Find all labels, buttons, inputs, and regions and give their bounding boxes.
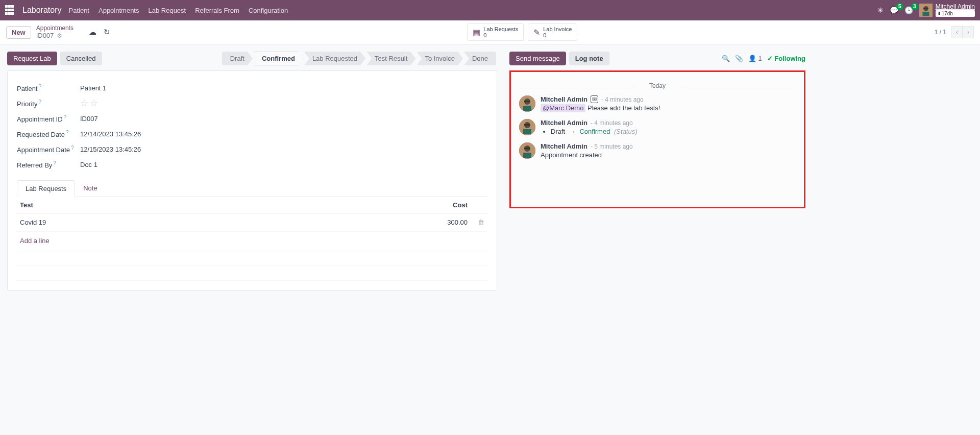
form-panel: Request Lab Cancelled Draft Confirmed La… bbox=[7, 52, 497, 291]
user-icon: 👤 bbox=[748, 55, 756, 62]
status-confirmed[interactable]: Confirmed bbox=[254, 52, 303, 65]
svg-rect-14 bbox=[523, 153, 531, 158]
avatar-icon bbox=[519, 119, 535, 135]
trash-icon[interactable]: 🗑 bbox=[474, 219, 484, 226]
stat-lab-invoice-count: 0 bbox=[543, 32, 572, 38]
pager-text[interactable]: 1 / 1 bbox=[935, 29, 946, 36]
cp-right: 1 / 1 ‹ › bbox=[935, 26, 974, 38]
avatar-icon bbox=[519, 95, 535, 112]
msg-author[interactable]: Mitchell Admin bbox=[541, 95, 587, 103]
top-navbar: Laboratory Patient Appointments Lab Requ… bbox=[0, 0, 980, 20]
avatar-icon bbox=[519, 142, 535, 159]
msg-time: - 5 minutes ago bbox=[591, 143, 633, 150]
log-note-button[interactable]: Log note bbox=[569, 52, 609, 65]
msg-author[interactable]: Mitchell Admin bbox=[541, 119, 587, 127]
table-row[interactable]: Covid 19 300.00 🗑 bbox=[17, 213, 487, 232]
envelope-icon[interactable]: ✉ bbox=[591, 95, 598, 103]
priority-stars[interactable]: ☆☆ bbox=[80, 98, 100, 109]
apps-icon[interactable] bbox=[5, 5, 15, 15]
attachment-icon[interactable]: 📎 bbox=[735, 55, 743, 62]
status-draft[interactable]: Draft bbox=[222, 52, 253, 65]
help-icon[interactable]: ? bbox=[71, 145, 74, 151]
add-line-link[interactable]: Add a line bbox=[20, 237, 50, 245]
list-icon: ▦ bbox=[473, 28, 480, 37]
mention[interactable]: @Marc Demo bbox=[541, 104, 585, 112]
field-appointment-date: Appointment Date? 12/15/2023 13:45:26 bbox=[17, 141, 487, 157]
status-to-invoice[interactable]: To Invoice bbox=[416, 52, 463, 65]
pager-next[interactable]: › bbox=[963, 26, 974, 38]
followers-button[interactable]: 👤 1 bbox=[748, 55, 762, 62]
track-old: Draft bbox=[551, 128, 565, 135]
help-icon[interactable]: ? bbox=[66, 130, 69, 135]
navbar-left: Laboratory Patient Appointments Lab Requ… bbox=[5, 5, 288, 15]
patient-value[interactable]: Patient 1 bbox=[80, 84, 106, 92]
nav-lab-request[interactable]: Lab Request bbox=[148, 7, 186, 14]
msg-content: Appointment created bbox=[541, 151, 796, 159]
request-lab-button[interactable]: Request Lab bbox=[7, 52, 57, 65]
bug-icon[interactable]: ✳ bbox=[877, 6, 884, 14]
user-name: Mitchell Admin bbox=[936, 4, 975, 10]
send-message-button[interactable]: Send message bbox=[509, 52, 566, 65]
message-3: Mitchell Admin - 5 minutes ago Appointme… bbox=[519, 142, 796, 159]
gear-icon[interactable]: ⚙ bbox=[57, 32, 62, 39]
cloud-icon[interactable]: ☁ bbox=[89, 28, 96, 37]
svg-rect-10 bbox=[523, 129, 531, 134]
db-badge: 17db bbox=[936, 10, 975, 17]
help-icon[interactable]: ? bbox=[53, 160, 56, 166]
brand-title[interactable]: Laboratory bbox=[22, 6, 62, 15]
row-test[interactable]: Covid 19 bbox=[17, 213, 266, 232]
message-1: Mitchell Admin ✉ - 4 minutes ago @Marc D… bbox=[519, 95, 796, 112]
stat-lab-requests[interactable]: ▦ Lab Requests 0 bbox=[467, 23, 524, 41]
col-cost: Cost bbox=[266, 197, 471, 213]
referred-by-value[interactable]: Doc 1 bbox=[80, 161, 97, 168]
help-icon[interactable]: ? bbox=[38, 99, 41, 105]
help-icon[interactable]: ? bbox=[38, 84, 41, 89]
status-test-result[interactable]: Test Result bbox=[366, 52, 415, 65]
help-icon[interactable]: ? bbox=[64, 114, 67, 120]
svg-rect-15 bbox=[524, 148, 530, 149]
pager-prev[interactable]: ‹ bbox=[951, 26, 963, 38]
action-buttons: Request Lab Cancelled bbox=[7, 52, 102, 65]
breadcrumb-parent[interactable]: Appointments bbox=[36, 25, 74, 32]
track-field: (Status) bbox=[614, 128, 638, 135]
nav-appointments[interactable]: Appointments bbox=[99, 7, 139, 14]
stat-buttons: ▦ Lab Requests 0 ✎ Lab Invoice 0 bbox=[467, 23, 577, 41]
cancelled-button[interactable]: Cancelled bbox=[60, 52, 102, 65]
action-row: Request Lab Cancelled Draft Confirmed La… bbox=[7, 52, 497, 65]
breadcrumb-current: ID007 ⚙ bbox=[36, 32, 74, 40]
nav-menu: Patient Appointments Lab Request Referra… bbox=[69, 7, 288, 14]
refresh-icon[interactable]: ↻ bbox=[104, 28, 110, 37]
requested-date-value[interactable]: 12/14/2023 13:45:26 bbox=[80, 130, 141, 138]
chat-badge: 5 bbox=[896, 3, 903, 10]
row-cost[interactable]: 300.00 bbox=[266, 213, 471, 232]
msg-text: Please add the lab tests! bbox=[585, 104, 660, 112]
status-done[interactable]: Done bbox=[464, 52, 496, 65]
appointment-date-value[interactable]: 12/15/2023 13:45:26 bbox=[80, 146, 141, 153]
avatar-icon bbox=[919, 4, 933, 17]
stat-lab-invoice-label: Lab Invoice bbox=[543, 26, 572, 32]
stat-lab-invoice[interactable]: ✎ Lab Invoice 0 bbox=[528, 23, 577, 41]
chatter-topbar: Send message Log note 🔍 📎 👤 1 Following bbox=[509, 52, 805, 65]
referred-by-label: Referred By bbox=[17, 161, 52, 169]
nav-patient[interactable]: Patient bbox=[69, 7, 89, 14]
user-menu[interactable]: Mitchell Admin 17db bbox=[919, 4, 975, 17]
nav-configuration[interactable]: Configuration bbox=[249, 7, 288, 14]
chatter-buttons: Send message Log note bbox=[509, 52, 609, 65]
tab-lab-requests[interactable]: Lab Requests bbox=[17, 180, 75, 197]
svg-rect-6 bbox=[523, 106, 531, 111]
tab-note[interactable]: Note bbox=[75, 180, 105, 197]
status-lab-requested[interactable]: Lab Requested bbox=[304, 52, 365, 65]
field-referred-by: Referred By? Doc 1 bbox=[17, 157, 487, 172]
edit-icon: ✎ bbox=[533, 28, 540, 37]
clock-icon[interactable]: 🕓3 bbox=[904, 6, 913, 14]
field-requested-date: Requested Date? 12/14/2023 13:45:26 bbox=[17, 126, 487, 141]
new-button[interactable]: New bbox=[6, 26, 31, 39]
following-button[interactable]: Following bbox=[767, 55, 805, 62]
chat-icon[interactable]: 💬5 bbox=[890, 6, 898, 14]
appointment-id-value: ID007 bbox=[80, 115, 98, 123]
lines-table: Test Cost Covid 19 300.00 🗑 Add a line bbox=[17, 197, 487, 281]
nav-referrals-from[interactable]: Referrals From bbox=[195, 7, 239, 14]
msg-author[interactable]: Mitchell Admin bbox=[541, 142, 587, 150]
search-icon[interactable]: 🔍 bbox=[722, 55, 730, 62]
svg-rect-3 bbox=[923, 8, 928, 9]
